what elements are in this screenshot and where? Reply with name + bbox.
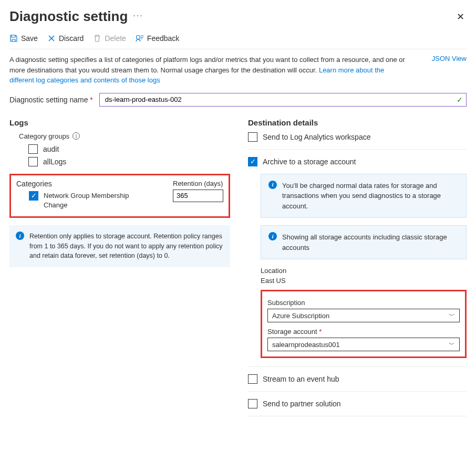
send-partner-checkbox[interactable] xyxy=(248,399,257,408)
separator xyxy=(248,416,467,416)
page-title: Diagnostic setting xyxy=(9,8,128,25)
classic-storage-text: Showing all storage accounts including c… xyxy=(282,232,459,253)
archive-storage-checkbox[interactable] xyxy=(248,157,257,166)
json-view-link[interactable]: JSON View xyxy=(432,55,467,86)
alllogs-label: allLogs xyxy=(43,158,66,166)
description-text: A diagnostic setting specifies a list of… xyxy=(9,55,409,86)
retention-info-box: i Retention only applies to storage acco… xyxy=(9,225,230,267)
logs-heading: Logs xyxy=(9,118,230,127)
send-law-checkbox[interactable] xyxy=(248,132,257,142)
send-partner-row[interactable]: Send to partner solution xyxy=(248,399,467,408)
destination-heading: Destination details xyxy=(248,118,467,127)
info-icon[interactable]: i xyxy=(73,132,80,140)
storage-charge-text: You'll be charged normal data rates for … xyxy=(282,181,459,212)
nsg-change-checkbox[interactable] xyxy=(29,191,38,201)
feedback-label: Feedback xyxy=(147,34,179,43)
more-actions-icon[interactable]: ··· xyxy=(133,11,143,23)
setting-name-label: Diagnostic setting name * xyxy=(9,96,93,104)
chevron-down-icon: ﹀ xyxy=(449,311,455,320)
stream-eventhub-checkbox[interactable] xyxy=(248,374,257,384)
feedback-icon xyxy=(136,34,144,43)
info-badge-icon: i xyxy=(268,232,277,240)
info-badge-icon: i xyxy=(268,181,277,189)
subscription-value: Azure Subscription xyxy=(272,312,329,320)
audit-checkbox[interactable] xyxy=(28,144,38,154)
svg-point-0 xyxy=(136,36,140,39)
info-badge-icon: i xyxy=(16,232,24,240)
nsg-change-label: Network Group Membership Change xyxy=(44,191,134,210)
archive-storage-label: Archive to a storage account xyxy=(263,158,356,166)
setting-name-field-wrap: ✓ xyxy=(99,93,467,107)
location-value: East US xyxy=(261,277,467,285)
save-button[interactable]: Save xyxy=(9,34,38,43)
storage-account-select[interactable]: salearnprodeastus001 ﹀ xyxy=(267,338,460,351)
retention-input[interactable] xyxy=(173,190,223,202)
discard-icon xyxy=(47,34,56,43)
subscription-label: Subscription xyxy=(267,299,460,307)
classic-storage-info: i Showing all storage accounts including… xyxy=(261,225,467,259)
storage-charge-info: i You'll be charged normal data rates fo… xyxy=(261,174,467,218)
categories-highlight: Categories Network Group Membership Chan… xyxy=(9,174,230,218)
delete-button: Delete xyxy=(93,34,126,43)
storage-select-highlight: Subscription Azure Subscription ﹀ Storag… xyxy=(261,290,467,358)
valid-check-icon: ✓ xyxy=(457,96,463,104)
archive-storage-row[interactable]: Archive to a storage account xyxy=(248,157,467,166)
category-groups-label: Category groups i xyxy=(19,132,230,140)
discard-button[interactable]: Discard xyxy=(47,34,84,43)
close-button[interactable]: ✕ xyxy=(454,9,467,25)
audit-label: audit xyxy=(43,145,59,153)
separator xyxy=(248,366,467,367)
send-law-label: Send to Log Analytics workspace xyxy=(263,133,370,141)
save-label: Save xyxy=(21,34,38,43)
toolbar: Save Discard Delete Feedback xyxy=(9,29,467,49)
location-label: Location xyxy=(261,267,467,275)
delete-label: Delete xyxy=(105,34,126,43)
stream-eventhub-row[interactable]: Stream to an event hub xyxy=(248,374,467,384)
retention-info-text: Retention only applies to storage accoun… xyxy=(29,232,224,261)
audit-checkbox-row[interactable]: audit xyxy=(28,144,230,154)
storage-account-value: salearnprodeastus001 xyxy=(272,341,340,349)
alllogs-checkbox[interactable] xyxy=(28,157,38,166)
send-law-row[interactable]: Send to Log Analytics workspace xyxy=(248,132,467,142)
storage-account-label: Storage account * xyxy=(267,328,460,335)
separator xyxy=(248,149,467,150)
delete-icon xyxy=(93,34,101,43)
stream-eventhub-label: Stream to an event hub xyxy=(263,375,339,383)
save-icon xyxy=(9,34,18,43)
setting-name-input[interactable] xyxy=(104,95,451,104)
subscription-select[interactable]: Azure Subscription ﹀ xyxy=(267,309,460,322)
separator xyxy=(248,391,467,392)
alllogs-checkbox-row[interactable]: allLogs xyxy=(28,157,230,166)
retention-label: Retention (days) xyxy=(173,180,223,187)
categories-label: Categories xyxy=(16,180,134,188)
discard-label: Discard xyxy=(59,34,84,43)
send-partner-label: Send to partner solution xyxy=(263,400,341,408)
chevron-down-icon: ﹀ xyxy=(449,340,455,349)
feedback-button[interactable]: Feedback xyxy=(136,34,179,43)
